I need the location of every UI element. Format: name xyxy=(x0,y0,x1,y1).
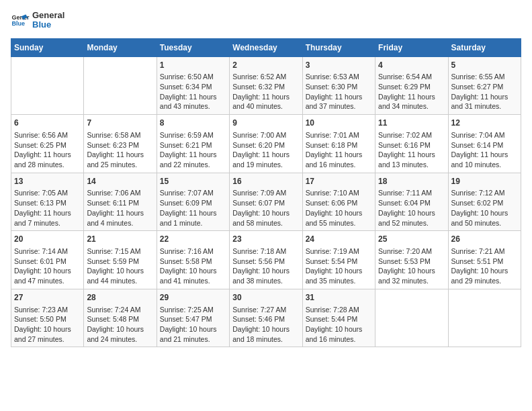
calendar-cell: 27Sunrise: 7:23 AMSunset: 5:50 PMDayligh… xyxy=(11,289,84,347)
calendar-cell: 13Sunrise: 7:05 AMSunset: 6:13 PMDayligh… xyxy=(11,173,84,231)
cell-info: Sunset: 5:54 PM xyxy=(306,257,372,267)
calendar-cell: 5Sunrise: 6:55 AMSunset: 6:27 PMDaylight… xyxy=(448,56,521,115)
calendar-cell: 10Sunrise: 7:01 AMSunset: 6:18 PMDayligh… xyxy=(302,115,375,173)
calendar-cell: 30Sunrise: 7:27 AMSunset: 5:46 PMDayligh… xyxy=(230,289,302,347)
day-number: 25 xyxy=(378,234,445,245)
day-number: 20 xyxy=(14,234,81,245)
weekday-header-wednesday: Wednesday xyxy=(230,38,302,56)
cell-info: Sunrise: 7:06 AM xyxy=(87,188,153,198)
calendar-cell: 8Sunrise: 6:59 AMSunset: 6:21 PMDaylight… xyxy=(157,115,229,173)
cell-info: Sunrise: 7:25 AM xyxy=(160,305,226,315)
cell-info: Sunrise: 6:58 AM xyxy=(87,130,153,140)
cell-info: Sunrise: 7:11 AM xyxy=(378,188,445,198)
cell-info: Sunset: 6:01 PM xyxy=(14,257,81,267)
calendar-cell: 24Sunrise: 7:19 AMSunset: 5:54 PMDayligh… xyxy=(302,231,375,289)
cell-info: Sunset: 6:29 PM xyxy=(378,82,445,92)
calendar-cell: 26Sunrise: 7:21 AMSunset: 5:51 PMDayligh… xyxy=(448,231,521,289)
cell-info: Daylight: 10 hours and 24 minutes. xyxy=(87,324,153,344)
calendar-cell: 14Sunrise: 7:06 AMSunset: 6:11 PMDayligh… xyxy=(84,173,157,231)
cell-info: Sunrise: 7:21 AM xyxy=(451,246,518,257)
day-number: 27 xyxy=(14,292,81,304)
cell-info: Daylight: 10 hours and 50 minutes. xyxy=(451,208,518,228)
calendar-cell: 29Sunrise: 7:25 AMSunset: 5:47 PMDayligh… xyxy=(157,289,229,347)
cell-info: Sunrise: 7:27 AM xyxy=(232,305,299,315)
cell-info: Daylight: 11 hours and 16 minutes. xyxy=(306,150,372,169)
cell-info: Sunrise: 7:01 AM xyxy=(306,130,372,140)
day-number: 13 xyxy=(14,176,81,187)
day-number: 17 xyxy=(306,176,372,187)
calendar-cell: 2Sunrise: 6:52 AMSunset: 6:32 PMDaylight… xyxy=(230,56,302,115)
calendar-cell xyxy=(11,56,84,115)
weekday-header-tuesday: Tuesday xyxy=(157,38,229,56)
weekday-header-sunday: Sunday xyxy=(11,38,84,56)
calendar-cell: 19Sunrise: 7:12 AMSunset: 6:02 PMDayligh… xyxy=(448,173,521,231)
cell-info: Daylight: 11 hours and 34 minutes. xyxy=(378,92,445,111)
cell-info: Sunset: 6:06 PM xyxy=(306,198,372,208)
cell-info: Sunset: 5:50 PM xyxy=(14,314,81,324)
day-number: 2 xyxy=(232,60,299,71)
day-number: 24 xyxy=(306,234,372,245)
calendar-cell: 11Sunrise: 7:02 AMSunset: 6:16 PMDayligh… xyxy=(375,115,448,173)
cell-info: Sunset: 5:56 PM xyxy=(232,257,299,267)
day-number: 19 xyxy=(451,176,518,187)
cell-info: Daylight: 11 hours and 19 minutes. xyxy=(232,150,299,169)
cell-info: Sunrise: 7:04 AM xyxy=(451,130,518,140)
cell-info: Daylight: 10 hours and 32 minutes. xyxy=(378,266,445,285)
logo-icon: General Blue xyxy=(11,11,30,30)
cell-info: Daylight: 10 hours and 21 minutes. xyxy=(160,324,226,344)
day-number: 12 xyxy=(451,118,518,129)
calendar-cell: 25Sunrise: 7:20 AMSunset: 5:53 PMDayligh… xyxy=(375,231,448,289)
day-number: 21 xyxy=(87,234,153,245)
weekday-header-friday: Friday xyxy=(375,38,448,56)
cell-info: Sunrise: 7:20 AM xyxy=(378,246,445,257)
day-number: 30 xyxy=(232,292,299,304)
cell-info: Sunset: 5:46 PM xyxy=(232,314,299,324)
day-number: 7 xyxy=(87,118,153,129)
cell-info: Sunrise: 7:00 AM xyxy=(232,130,299,140)
cell-info: Daylight: 10 hours and 52 minutes. xyxy=(378,208,445,228)
cell-info: Sunrise: 7:23 AM xyxy=(14,305,81,315)
cell-info: Sunrise: 6:52 AM xyxy=(232,72,299,82)
cell-info: Sunrise: 6:53 AM xyxy=(306,72,372,82)
day-number: 16 xyxy=(232,176,299,187)
cell-info: Sunset: 6:21 PM xyxy=(160,140,226,150)
cell-info: Sunset: 6:11 PM xyxy=(87,198,153,208)
cell-info: Daylight: 10 hours and 58 minutes. xyxy=(232,208,299,228)
header: General Blue General Blue xyxy=(11,11,521,30)
svg-text:Blue: Blue xyxy=(11,21,25,28)
cell-info: Sunrise: 6:56 AM xyxy=(14,130,81,140)
calendar-cell: 6Sunrise: 6:56 AMSunset: 6:25 PMDaylight… xyxy=(11,115,84,173)
calendar-cell: 1Sunrise: 6:50 AMSunset: 6:34 PMDaylight… xyxy=(157,56,229,115)
calendar-cell: 12Sunrise: 7:04 AMSunset: 6:14 PMDayligh… xyxy=(448,115,521,173)
day-number: 18 xyxy=(378,176,445,187)
cell-info: Sunset: 5:44 PM xyxy=(306,314,372,324)
calendar-cell: 15Sunrise: 7:07 AMSunset: 6:09 PMDayligh… xyxy=(157,173,229,231)
weekday-header-monday: Monday xyxy=(84,38,157,56)
day-number: 14 xyxy=(87,176,153,187)
cell-info: Sunrise: 7:15 AM xyxy=(87,246,153,257)
day-number: 6 xyxy=(14,118,81,129)
cell-info: Sunrise: 7:05 AM xyxy=(14,188,81,198)
calendar-cell: 23Sunrise: 7:18 AMSunset: 5:56 PMDayligh… xyxy=(230,231,302,289)
calendar-cell xyxy=(448,289,521,347)
cell-info: Daylight: 10 hours and 27 minutes. xyxy=(14,324,81,344)
day-number: 26 xyxy=(451,234,518,245)
cell-info: Sunset: 5:59 PM xyxy=(87,257,153,267)
cell-info: Sunset: 6:13 PM xyxy=(14,198,81,208)
cell-info: Daylight: 10 hours and 35 minutes. xyxy=(306,266,372,285)
cell-info: Sunrise: 6:55 AM xyxy=(451,72,518,82)
day-number: 8 xyxy=(160,118,226,129)
cell-info: Daylight: 10 hours and 29 minutes. xyxy=(451,266,518,285)
day-number: 31 xyxy=(306,292,372,304)
cell-info: Daylight: 11 hours and 37 minutes. xyxy=(306,92,372,111)
cell-info: Sunset: 6:07 PM xyxy=(232,198,299,208)
cell-info: Sunset: 5:48 PM xyxy=(87,314,153,324)
day-number: 15 xyxy=(160,176,226,187)
cell-info: Daylight: 11 hours and 10 minutes. xyxy=(451,150,518,169)
cell-info: Daylight: 10 hours and 18 minutes. xyxy=(232,324,299,344)
cell-info: Sunset: 6:02 PM xyxy=(451,198,518,208)
cell-info: Sunset: 6:20 PM xyxy=(232,140,299,150)
cell-info: Sunset: 6:32 PM xyxy=(232,82,299,92)
cell-info: Sunset: 6:09 PM xyxy=(160,198,226,208)
calendar-cell: 3Sunrise: 6:53 AMSunset: 6:30 PMDaylight… xyxy=(302,56,375,115)
